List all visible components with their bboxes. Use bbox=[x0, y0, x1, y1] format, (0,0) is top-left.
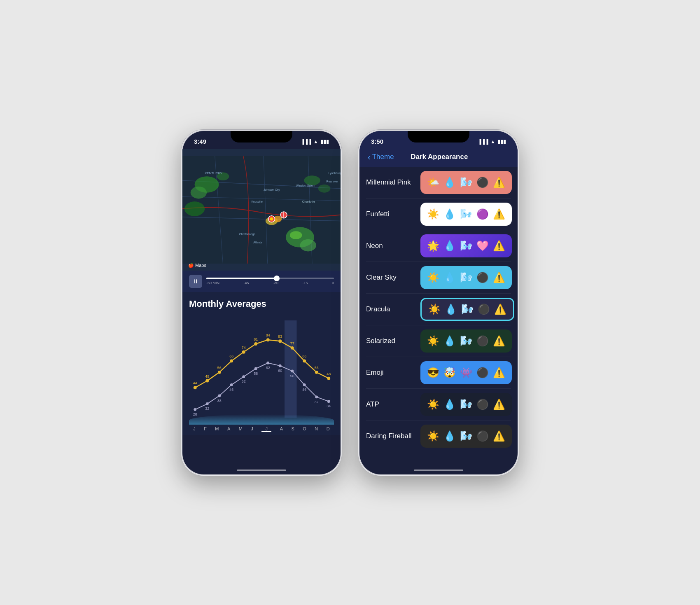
icon-rain-funfetti: 💧 bbox=[443, 208, 456, 220]
pause-button[interactable]: ⏸ bbox=[189, 275, 202, 288]
svg-text:Winston-Salem: Winston-Salem bbox=[296, 184, 315, 187]
svg-point-43 bbox=[315, 370, 318, 374]
pause-icon: ⏸ bbox=[193, 278, 198, 285]
icon-rain-daringfireball: 💧 bbox=[443, 430, 456, 442]
svg-text:52: 52 bbox=[242, 379, 246, 383]
theme-row-atp[interactable]: ATP ☀️ 💧 🌬️ ⚫ ⚠️ bbox=[366, 389, 511, 420]
month-o: O bbox=[303, 426, 306, 432]
status-icons-2: ▐▐▐ ▲ ▮▮▮ bbox=[478, 139, 506, 145]
signal-icon-2: ▐▐▐ bbox=[478, 139, 489, 145]
label-45: -45 bbox=[243, 281, 249, 285]
theme-row-daringfireball[interactable]: Daring Fireball ☀️ 💧 🌬️ ⚫ ⚠️ bbox=[366, 420, 511, 452]
month-a2: A bbox=[280, 426, 283, 432]
svg-text:Johnson City: Johnson City bbox=[264, 188, 280, 191]
theme-row-funfetti[interactable]: Funfetti ☀️ 💧 🌬️ 🟣 ⚠️ bbox=[366, 199, 511, 230]
svg-point-8 bbox=[191, 186, 207, 199]
icon-warning-atp: ⚠️ bbox=[493, 399, 505, 410]
svg-text:Chattanooga: Chattanooga bbox=[239, 233, 256, 236]
theme-swatch-dracula: ☀️ 💧 🌬️ ⚫ ⚠️ bbox=[420, 298, 514, 321]
page-container: 3:49 ▐▐▐ ▲ ▮▮▮ bbox=[165, 113, 535, 492]
svg-point-63 bbox=[266, 361, 269, 364]
icon-rain-atp: 💧 bbox=[443, 399, 456, 410]
wifi-icon: ▲ bbox=[313, 139, 318, 145]
icon-warning-dracula: ⚠️ bbox=[494, 304, 506, 315]
svg-text:46: 46 bbox=[302, 388, 306, 392]
month-n: N bbox=[315, 426, 318, 432]
theme-swatch-millennial: 🌤️ 💧 🌬️ ⚫ ⚠️ bbox=[420, 171, 512, 194]
svg-point-31 bbox=[270, 217, 273, 220]
svg-point-59 bbox=[218, 394, 221, 397]
theme-row-emoji[interactable]: Emoji 😎 🤯 👾 ⚫ ⚠️ bbox=[366, 357, 511, 389]
icon-wind-neon: 🌬️ bbox=[460, 240, 472, 252]
icon-wind-daringfireball: 🌬️ bbox=[460, 430, 472, 442]
svg-text:28: 28 bbox=[193, 412, 197, 416]
icon-rain-clearsky: 💧 bbox=[443, 272, 456, 283]
theme-row-solarized[interactable]: Solarized ☀️ 💧 🌬️ ⚫ ⚠️ bbox=[366, 325, 511, 357]
month-m2: M bbox=[239, 426, 243, 432]
status-icons-1: ▐▐▐ ▲ ▮▮▮ bbox=[301, 139, 329, 145]
icon-sun-atp: ☀️ bbox=[427, 399, 439, 410]
svg-text:81: 81 bbox=[254, 337, 258, 341]
svg-text:83: 83 bbox=[278, 334, 282, 339]
maps-text: Maps bbox=[195, 263, 206, 268]
svg-text:48: 48 bbox=[327, 371, 331, 376]
svg-point-68 bbox=[327, 400, 330, 403]
icon-rain-neon: 💧 bbox=[443, 240, 456, 252]
icon-circle-neon: 🩷 bbox=[476, 240, 489, 252]
theme-row-millennial[interactable]: Millennial Pink 🌤️ 💧 🌬️ ⚫ ⚠️ bbox=[366, 167, 511, 199]
svg-point-64 bbox=[279, 364, 282, 367]
svg-point-44 bbox=[327, 376, 330, 380]
icon-circle-daringfireball: ⚫ bbox=[476, 430, 489, 442]
wifi-icon-2: ▲ bbox=[490, 139, 495, 145]
svg-text:32: 32 bbox=[205, 406, 209, 411]
svg-text:58: 58 bbox=[254, 371, 258, 375]
svg-text:66: 66 bbox=[229, 354, 233, 358]
theme-swatch-funfetti: ☀️ 💧 🌬️ 🟣 ⚠️ bbox=[420, 203, 512, 226]
map-background: KENTUCKY Johnson City Knoxville Winston-… bbox=[182, 149, 341, 271]
theme-name-funfetti: Funfetti bbox=[366, 210, 415, 218]
svg-text:62: 62 bbox=[266, 366, 270, 370]
time-1: 3:49 bbox=[194, 138, 206, 145]
svg-point-65 bbox=[291, 369, 294, 372]
phone-weather: 3:49 ▐▐▐ ▲ ▮▮▮ bbox=[181, 130, 342, 476]
theme-name-millennial: Millennial Pink bbox=[366, 178, 415, 187]
phone-theme: 3:50 ▐▐▐ ▲ ▮▮▮ ‹ Theme Dark Appearance bbox=[358, 130, 519, 476]
month-m: M bbox=[215, 426, 219, 432]
icon-circle-solarized: ⚫ bbox=[476, 335, 489, 347]
page-title: Dark Appearance bbox=[369, 153, 509, 161]
icon-warning-clearsky: ⚠️ bbox=[493, 272, 505, 283]
svg-text:46: 46 bbox=[229, 388, 233, 392]
theme-row-dracula[interactable]: Dracula ☀️ 💧 🌬️ ⚫ ⚠️ bbox=[366, 294, 511, 325]
svg-text:Lynchburg: Lynchburg bbox=[328, 172, 341, 175]
home-indicator-2 bbox=[414, 470, 463, 471]
time-slider[interactable]: -60 MIN -45 -30 -15 0 bbox=[206, 275, 334, 288]
theme-row-neon[interactable]: Neon 🌟 💧 🌬️ 🩷 ⚠️ bbox=[366, 230, 511, 262]
svg-text:34: 34 bbox=[327, 404, 331, 408]
svg-text:Charlotte: Charlotte bbox=[302, 200, 315, 203]
month-j2: J bbox=[251, 426, 253, 432]
map-area[interactable]: KENTUCKY Johnson City Knoxville Winston-… bbox=[182, 149, 341, 271]
monthly-section: Monthly Averages bbox=[182, 292, 341, 435]
icon-warning-millennial: ⚠️ bbox=[493, 177, 505, 188]
notch bbox=[231, 131, 292, 142]
slider-thumb bbox=[274, 276, 280, 281]
icon-sun-funfetti: ☀️ bbox=[427, 208, 439, 220]
theme-swatch-atp: ☀️ 💧 🌬️ ⚫ ⚠️ bbox=[420, 393, 512, 416]
svg-rect-32 bbox=[285, 320, 296, 418]
icon-sun-clearsky: ☀️ bbox=[427, 272, 439, 283]
month-s: S bbox=[291, 426, 294, 432]
label-30: -30 bbox=[273, 281, 278, 285]
icon-circle-dracula: ⚫ bbox=[478, 304, 490, 315]
svg-point-38 bbox=[254, 342, 257, 346]
slider-fill bbox=[206, 278, 277, 279]
nav-header: ‹ Theme Dark Appearance bbox=[359, 149, 518, 167]
icon-sun-daringfireball: ☀️ bbox=[427, 430, 439, 442]
svg-text:60: 60 bbox=[278, 368, 282, 372]
icon-wind-dracula: 🌬️ bbox=[461, 304, 474, 315]
theme-list: Millennial Pink 🌤️ 💧 🌬️ ⚫ ⚠️ Funfetti ☀️… bbox=[359, 167, 518, 474]
svg-text:Knoxville: Knoxville bbox=[251, 200, 263, 203]
icon-circle-emoji: ⚫ bbox=[476, 367, 489, 378]
theme-row-clearsky[interactable]: Clear Sky ☀️ 💧 🌬️ ⚫ ⚠️ bbox=[366, 262, 511, 294]
theme-swatch-clearsky: ☀️ 💧 🌬️ ⚫ ⚠️ bbox=[420, 266, 512, 289]
svg-point-57 bbox=[194, 408, 196, 411]
